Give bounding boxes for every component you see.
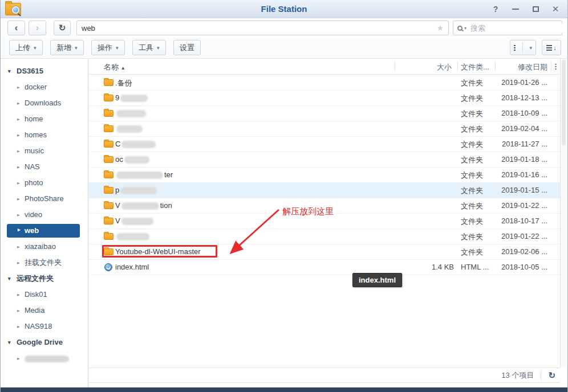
tools-button[interactable]: 工具 ▾ xyxy=(132,40,166,55)
sidebar-label: NAS918 xyxy=(25,322,52,330)
chevron-down-icon[interactable]: ▾ xyxy=(8,63,11,79)
sidebar-item-nas[interactable]: ▸NAS xyxy=(1,159,88,175)
sidebar: ▾DS3615 ▸docker ▸Downloads ▸home ▸homes … xyxy=(1,59,88,387)
scrollbar-thumb[interactable] xyxy=(562,60,566,145)
window-controls: ? ✕ xyxy=(492,0,559,18)
forward-button[interactable]: › xyxy=(29,21,46,35)
sidebar-item-docker[interactable]: ▸docker xyxy=(1,79,88,95)
minimize-icon[interactable] xyxy=(512,5,520,13)
sidebar-label: xiazaibao xyxy=(25,242,56,251)
annotation-text: 解压放到这里 xyxy=(282,206,334,217)
file-row[interactable]: C 文件夹 2018-11-27 ... xyxy=(89,137,560,152)
file-row[interactable]: 9 文件夹 2018-12-13 ... xyxy=(89,91,560,106)
sidebar-item-web-selected[interactable]: ▸web xyxy=(7,224,80,238)
chevron-right-icon[interactable]: ▸ xyxy=(17,79,20,95)
chevron-right-icon[interactable]: ▸ xyxy=(17,239,20,255)
sidebar-item-redacted-account[interactable]: ▸ xyxy=(1,350,88,366)
folder-icon xyxy=(104,233,113,240)
list-view-icon xyxy=(514,45,516,46)
sort-button[interactable]: ↓ xyxy=(542,40,561,55)
sidebar-item-homes[interactable]: ▸homes xyxy=(1,127,88,143)
sidebar-item-home[interactable]: ▸home xyxy=(1,111,88,127)
file-name: index.html xyxy=(115,263,149,271)
folder-icon xyxy=(104,141,113,148)
path-input[interactable] xyxy=(77,24,436,32)
chevron-right-icon[interactable]: ▸ xyxy=(17,159,20,175)
create-label: 新增 xyxy=(56,43,71,53)
refresh-button[interactable]: ↻ xyxy=(54,21,71,35)
sidebar-item-photo[interactable]: ▸photo xyxy=(1,175,88,191)
sidebar-item-ds3615[interactable]: ▾DS3615 xyxy=(1,63,88,79)
file-row-index-html[interactable]: index.html 1.4 KB HTML ... 2018-10-05 ..… xyxy=(89,260,560,275)
favorite-star-icon[interactable]: ★ xyxy=(436,23,448,32)
sidebar-label: home xyxy=(25,115,43,123)
sidebar-item-disk01[interactable]: ▸Disk01 xyxy=(1,287,88,303)
chevron-down-icon[interactable]: ▾ xyxy=(8,334,11,350)
column-header-name[interactable]: 名称 ▲ xyxy=(104,62,125,72)
chevron-right-icon[interactable]: ▸ xyxy=(18,223,21,236)
sidebar-label: PhotoShare xyxy=(25,194,64,203)
sidebar-label: photo xyxy=(25,178,43,187)
sidebar-item-downloads[interactable]: ▸Downloads xyxy=(1,95,88,111)
caret-down-icon: ▾ xyxy=(34,45,36,51)
close-icon[interactable]: ✕ xyxy=(551,5,559,13)
file-name: C xyxy=(115,140,120,148)
file-type: 文件夹 xyxy=(461,186,483,196)
column-header-date[interactable]: 修改日期 xyxy=(488,62,547,72)
back-button[interactable]: ‹ xyxy=(7,21,25,35)
sidebar-item-mounted-folder[interactable]: ▸挂载文件夹 xyxy=(1,255,88,271)
sidebar-item-google-drive[interactable]: ▾Google Drive xyxy=(1,334,88,350)
file-date: 2019-02-06 ... xyxy=(488,247,547,256)
action-button[interactable]: 操作 ▾ xyxy=(91,40,125,55)
sidebar-item-media[interactable]: ▸Media xyxy=(1,303,88,318)
file-row-hovered[interactable]: p 文件夹 2019-01-15 ... xyxy=(89,183,560,198)
search-filter-caret-icon[interactable]: ▾ xyxy=(464,26,466,31)
maximize-icon[interactable] xyxy=(532,5,539,13)
status-bar: 13 个项目 ↻ xyxy=(89,368,560,383)
chevron-right-icon[interactable]: ▸ xyxy=(17,303,20,318)
file-row[interactable]: ter 文件夹 2019-01-16 ... xyxy=(89,168,560,183)
file-row[interactable]: 文件夹 2019-01-22 ... xyxy=(89,229,560,244)
chevron-down-icon[interactable]: ▾ xyxy=(8,271,11,287)
file-row[interactable]: oc 文件夹 2019-01-18 ... xyxy=(89,152,560,168)
sidebar-item-remote-folder[interactable]: ▾远程文件夹 xyxy=(1,271,88,287)
upload-button[interactable]: 上传 ▾ xyxy=(9,40,43,55)
sidebar-item-nas918[interactable]: ▸NAS918 xyxy=(1,318,88,334)
file-row[interactable]: 文件夹 2018-10-09 ... xyxy=(89,106,560,121)
chevron-right-icon[interactable]: ▸ xyxy=(17,318,20,334)
chevron-right-icon[interactable]: ▸ xyxy=(17,287,20,303)
chevron-right-icon[interactable]: ▸ xyxy=(17,143,20,159)
vertical-scrollbar[interactable] xyxy=(560,59,567,368)
search-input[interactable] xyxy=(468,24,568,32)
column-divider xyxy=(495,61,496,72)
chevron-right-icon[interactable]: ▸ xyxy=(17,207,20,223)
sidebar-item-photoshare[interactable]: ▸PhotoShare xyxy=(1,191,88,207)
file-name: oc xyxy=(115,155,123,164)
file-name: V xyxy=(115,201,120,210)
sidebar-item-video[interactable]: ▸video xyxy=(1,207,88,223)
chevron-right-icon[interactable]: ▸ xyxy=(17,350,20,366)
help-icon[interactable]: ? xyxy=(492,5,500,13)
file-date: 2019-01-26 ... xyxy=(488,78,547,87)
file-type: 文件夹 xyxy=(461,247,483,258)
chevron-right-icon[interactable]: ▸ xyxy=(17,255,20,271)
window-bottom-edge xyxy=(1,387,567,392)
upload-label: 上传 xyxy=(15,43,30,53)
sidebar-item-music[interactable]: ▸music xyxy=(1,143,88,159)
chevron-right-icon[interactable]: ▸ xyxy=(17,175,20,191)
chevron-right-icon[interactable]: ▸ xyxy=(17,111,20,127)
settings-button[interactable]: 设置 xyxy=(173,40,201,55)
refresh-icon[interactable]: ↻ xyxy=(548,370,555,381)
create-button[interactable]: 新增 ▾ xyxy=(50,40,84,55)
sort-lines-icon xyxy=(546,45,552,46)
file-row[interactable]: 文件夹 2019-02-04 ... xyxy=(89,121,560,137)
sidebar-item-xiazaibao[interactable]: ▸xiazaibao xyxy=(1,239,88,255)
column-menu-icon[interactable]: ⋮ xyxy=(552,62,559,71)
chevron-right-icon[interactable]: ▸ xyxy=(17,191,20,207)
view-mode-button[interactable]: ▾ xyxy=(510,40,536,55)
chevron-right-icon[interactable]: ▸ xyxy=(17,95,20,111)
file-row[interactable]: .备份 文件夹 2019-01-26 ... xyxy=(89,75,560,91)
file-type: 文件夹 xyxy=(461,201,483,211)
chevron-right-icon[interactable]: ▸ xyxy=(17,127,20,143)
column-header-size[interactable]: 大小 xyxy=(395,62,452,72)
